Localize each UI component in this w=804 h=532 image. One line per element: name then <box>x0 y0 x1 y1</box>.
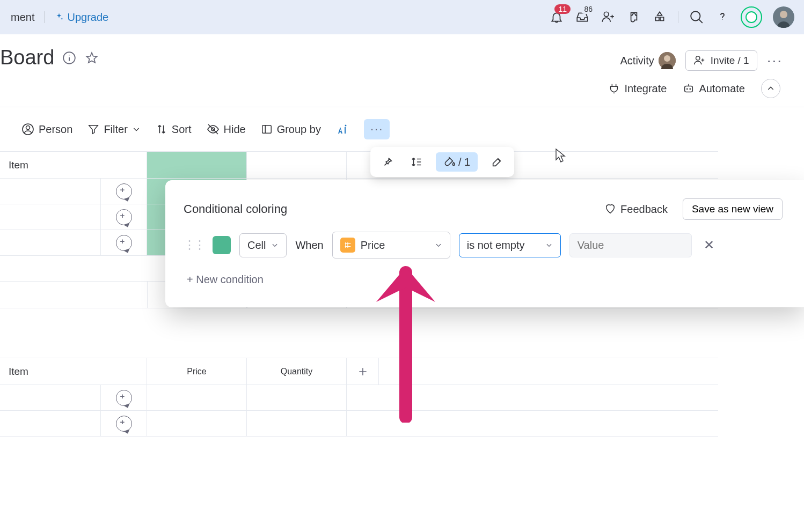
user-avatar[interactable] <box>773 6 794 28</box>
svg-rect-5 <box>685 86 693 92</box>
automate-link[interactable]: Automate <box>683 83 745 95</box>
plug-icon <box>608 83 620 94</box>
filter-icon <box>87 123 99 135</box>
upgrade-link[interactable]: Upgrade <box>54 11 108 24</box>
feedback-link[interactable]: Feedback <box>604 203 668 216</box>
svg-point-9 <box>26 126 30 130</box>
color-swatch[interactable] <box>213 236 231 254</box>
star-icon[interactable] <box>84 50 99 65</box>
inbox-icon[interactable]: 86 <box>575 10 590 25</box>
table-row[interactable] <box>0 411 718 437</box>
new-condition-button[interactable]: + New condition <box>184 274 783 286</box>
search-icon[interactable] <box>689 10 704 25</box>
filter-label: Filter <box>104 123 127 136</box>
sort-label: Sort <box>172 123 192 136</box>
upgrade-label: Upgrade <box>67 11 108 24</box>
product-switcher-icon[interactable] <box>741 6 762 28</box>
integrate-label: Integrate <box>624 83 667 95</box>
hide-button[interactable]: Hide <box>207 123 246 136</box>
chevron-down-icon <box>545 241 553 249</box>
condition-row: ⋮⋮ Cell When Price is not empty ✕ <box>184 232 783 258</box>
info-icon[interactable] <box>62 50 77 65</box>
table-row[interactable] <box>0 385 718 411</box>
eye-off-icon <box>207 123 220 136</box>
add-comment-icon[interactable] <box>116 390 132 406</box>
view-settings-popover: / 1 <box>370 147 514 177</box>
board-menu-button[interactable]: ··· <box>767 52 783 69</box>
add-column-button[interactable] <box>347 358 379 385</box>
person-label: Person <box>39 123 72 136</box>
heart-icon <box>604 203 616 215</box>
topbar: ment Upgrade 11 86 <box>0 0 804 34</box>
divider <box>44 11 45 23</box>
numbers-column-icon <box>340 238 355 253</box>
conditional-coloring-panel: Conditional coloring Feedback Save as ne… <box>165 180 804 307</box>
column-value: Price <box>361 239 385 252</box>
column-header-item[interactable]: Item <box>0 152 147 178</box>
apps-icon[interactable] <box>626 10 641 25</box>
column-dropdown[interactable]: Price <box>332 232 450 258</box>
svg-point-12 <box>345 125 346 127</box>
notifications-badge: 11 <box>554 4 571 14</box>
column-header-price[interactable] <box>147 152 247 178</box>
invite-label: Invite / 1 <box>711 55 749 66</box>
activity-link[interactable]: Activity <box>620 52 675 69</box>
svg-point-4 <box>664 55 670 62</box>
cursor-icon <box>555 148 567 163</box>
workspaces-icon[interactable] <box>652 10 667 25</box>
column-header-price[interactable]: Price <box>147 358 247 385</box>
sub-header: Integrate Automate <box>0 72 804 107</box>
sort-icon <box>156 123 167 135</box>
svg-point-1 <box>780 11 787 18</box>
column-header-quantity[interactable] <box>247 152 347 178</box>
scope-dropdown[interactable]: Cell <box>239 233 287 257</box>
save-as-new-view-button[interactable]: Save as new view <box>683 198 783 220</box>
automate-label: Automate <box>699 83 745 95</box>
breadcrumb-tail: ment <box>11 11 34 24</box>
drag-handle-icon[interactable]: ⋮⋮ <box>184 238 204 252</box>
person-icon <box>21 123 34 136</box>
invite-people-icon[interactable] <box>601 10 616 25</box>
view-toolbar: Person Filter Sort Hide Group by ··· <box>0 107 804 151</box>
pin-icon[interactable] <box>378 152 397 172</box>
coloring-count: / 1 <box>458 156 470 168</box>
board-header: Board Activity Invite / 1 ··· <box>0 34 804 72</box>
invite-icon <box>693 55 705 66</box>
board-title: Board <box>0 46 54 69</box>
column-header-item[interactable]: Item <box>0 358 147 385</box>
remove-condition-button[interactable]: ✕ <box>704 238 714 253</box>
add-comment-icon[interactable] <box>116 235 132 251</box>
notifications-icon[interactable]: 11 <box>549 10 564 25</box>
integrate-link[interactable]: Integrate <box>608 83 667 95</box>
invite-button[interactable]: Invite / 1 <box>685 50 757 71</box>
groupby-label: Group by <box>277 123 321 136</box>
operator-value: is not empty <box>467 239 525 252</box>
filter-button[interactable]: Filter <box>87 123 140 136</box>
chevron-down-icon <box>271 241 279 249</box>
edit-icon[interactable] <box>487 152 507 172</box>
ai-button[interactable] <box>336 123 349 136</box>
row-height-icon[interactable] <box>407 152 426 172</box>
groupby-button[interactable]: Group by <box>261 123 321 136</box>
more-options-button[interactable]: ··· <box>364 119 390 139</box>
person-filter[interactable]: Person <box>21 123 72 136</box>
value-input[interactable] <box>569 233 692 257</box>
inbox-badge: 86 <box>580 4 596 14</box>
sort-button[interactable]: Sort <box>156 123 192 136</box>
add-comment-icon[interactable] <box>116 416 132 432</box>
help-icon[interactable] <box>715 10 730 25</box>
conditional-coloring-button[interactable]: / 1 <box>436 152 478 172</box>
collapse-button[interactable] <box>761 79 780 98</box>
groupby-icon <box>261 123 273 135</box>
when-label: When <box>295 239 323 252</box>
hide-label: Hide <box>224 123 246 136</box>
svg-point-6 <box>686 88 688 90</box>
paint-icon <box>443 156 455 168</box>
add-comment-icon[interactable] <box>116 209 132 225</box>
operator-dropdown[interactable]: is not empty <box>459 233 561 257</box>
column-header-quantity[interactable]: Quantity <box>247 358 347 385</box>
plus-icon <box>357 366 368 377</box>
sparkle-icon <box>54 12 64 22</box>
chevron-down-icon <box>132 125 141 134</box>
add-comment-icon[interactable] <box>116 183 132 200</box>
